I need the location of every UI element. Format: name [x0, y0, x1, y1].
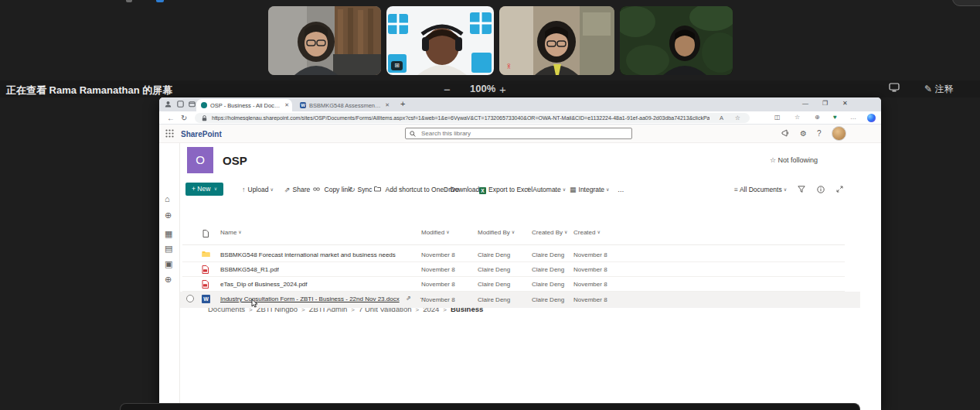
tab-search-icon[interactable]	[189, 101, 196, 109]
zoom-in-button[interactable]: +	[499, 83, 506, 96]
info-icon[interactable]	[817, 186, 825, 195]
sites-grid-icon[interactable]: ▦	[165, 229, 172, 238]
new-button[interactable]: + New ∨	[185, 183, 223, 196]
favorites-bar-icon[interactable]: ☆	[795, 114, 800, 121]
favorite-star-icon[interactable]: ☆	[735, 114, 740, 121]
window-minimize-button[interactable]: —	[802, 100, 808, 107]
window-restore-button[interactable]: ❐	[822, 100, 828, 107]
participant-video-4[interactable]	[620, 6, 733, 75]
browser-essentials-icon[interactable]: ♥	[833, 114, 837, 121]
integrate-icon: ▦	[570, 186, 577, 193]
toolbar-overflow-button[interactable]: …	[618, 186, 624, 193]
site-logo[interactable]: O	[187, 147, 213, 173]
new-label: New	[197, 185, 210, 193]
annotate-button[interactable]: ✎ 注释	[924, 83, 953, 96]
download-button[interactable]: ↓Download	[444, 186, 479, 193]
account-avatar[interactable]	[832, 126, 846, 141]
search-input[interactable]	[420, 129, 621, 138]
file-name[interactable]: BSBMKG548_R1.pdf	[220, 266, 279, 273]
megaphone-icon[interactable]	[781, 129, 790, 138]
browser-tab-strip: OSP - Business - All Documents ✕ W BSBMK…	[159, 97, 881, 111]
file-name[interactable]: eTas_Dip of Business_2024.pdf	[220, 281, 308, 288]
site-title[interactable]: OSP	[223, 154, 247, 167]
pdf-icon	[202, 265, 210, 274]
expand-icon[interactable]	[836, 186, 843, 194]
modified-by-value[interactable]: Claire Deng	[478, 296, 510, 303]
integrate-button[interactable]: ▦Integrate∨	[570, 186, 609, 193]
share-button[interactable]: ⇗Share	[284, 186, 310, 193]
follow-button[interactable]: ☆ Not following	[770, 156, 818, 164]
create-plus-icon[interactable]: ⊕	[165, 275, 172, 284]
settings-gear-icon[interactable]: ⚙	[800, 129, 807, 138]
library-search-box[interactable]	[405, 128, 632, 139]
new-tab-button[interactable]: +	[400, 99, 405, 108]
filter-icon[interactable]	[798, 186, 805, 194]
created-by-value[interactable]: Claire Deng	[532, 266, 564, 273]
back-icon[interactable]: ←	[167, 114, 175, 122]
tab-close-icon[interactable]: ✕	[284, 102, 289, 108]
modified-by-value[interactable]: Claire Deng	[478, 251, 510, 258]
row-share-icon[interactable]: ⇗	[406, 295, 411, 302]
zoom-level[interactable]: 100%	[470, 83, 495, 94]
window-close-button[interactable]: ✕	[842, 100, 848, 107]
home-icon[interactable]: ⌂	[165, 194, 170, 203]
video-frame	[620, 6, 733, 75]
table-row-pdf[interactable]: BSBMKG548_R1.pdf November 8 Claire Deng …	[180, 262, 860, 277]
url-field[interactable]: https://holmesglenau.sharepoint.com/site…	[195, 113, 750, 123]
copy-link-button[interactable]: Copy link	[313, 186, 351, 193]
word-file-icon: W	[202, 295, 210, 303]
table-row-pdf[interactable]: eTas_Dip of Business_2024.pdf November 8…	[180, 277, 860, 292]
modified-by-value[interactable]: Claire Deng	[478, 281, 510, 288]
table-row-folder[interactable]: BSBMKG548 Forecast international market …	[180, 248, 860, 262]
table-row-docx-selected[interactable]: W Industry Consultation Form - ZBTI - Bu…	[180, 292, 860, 308]
read-aloud-icon[interactable]: A	[720, 114, 723, 121]
workspaces-icon[interactable]	[177, 101, 184, 109]
column-modified[interactable]: Modified∨	[421, 229, 450, 236]
fit-screen-icon[interactable]	[889, 83, 900, 94]
created-value: November 8	[573, 296, 607, 303]
video-frame	[268, 6, 381, 75]
app-launcher-waffle-icon[interactable]	[165, 129, 174, 139]
file-name-link[interactable]: Industry Consultation Form - ZBTI - Busi…	[220, 296, 400, 302]
globe-icon[interactable]: ⊕	[165, 210, 172, 220]
column-created-by[interactable]: Created By∨	[532, 229, 567, 236]
created-value: November 8	[573, 251, 607, 258]
library-icon[interactable]: ▣	[165, 259, 172, 268]
participant-video-2[interactable]: ⊞	[386, 6, 494, 75]
copilot-icon[interactable]	[867, 114, 876, 122]
column-created[interactable]: Created∨	[573, 229, 601, 236]
clipped-view-button[interactable]	[952, 0, 980, 6]
document-icon[interactable]: ▤	[165, 244, 172, 253]
sync-button[interactable]: ↻Sync	[349, 186, 372, 193]
created-by-value[interactable]: Claire Deng	[532, 281, 564, 288]
zoom-out-button[interactable]: −	[444, 83, 451, 96]
tab-assessment-map[interactable]: W BSBMKG548 Assessment Map.V1 ✕	[295, 99, 393, 111]
view-selector[interactable]: ≡ All Documents∨	[734, 186, 787, 193]
export-excel-button[interactable]: XExport to Excel	[479, 186, 533, 194]
search-icon	[410, 131, 416, 138]
browser-profile-icon[interactable]	[165, 101, 172, 109]
refresh-icon[interactable]: ↻	[181, 114, 187, 122]
split-screen-icon[interactable]: ◫	[774, 114, 781, 121]
created-by-value[interactable]: Claire Deng	[532, 296, 564, 303]
browser-menu-icon[interactable]: …	[850, 114, 856, 121]
sharepoint-app-name[interactable]: SharePoint	[181, 130, 222, 138]
column-name[interactable]: Name∨	[220, 229, 242, 236]
created-by-value[interactable]: Claire Deng	[532, 251, 564, 258]
participant-video-3[interactable]: 🯅	[499, 6, 614, 75]
sharepoint-left-rail: ⌂ ⊕ ▦ ▤ ▣ ⊕	[159, 143, 180, 410]
meeting-bottom-toolbar[interactable]	[120, 403, 860, 410]
automate-button[interactable]: ⚡Automate∨	[526, 186, 566, 193]
upload-button[interactable]: ↑Upload∨	[242, 186, 274, 193]
collections-icon[interactable]: ⊕	[815, 114, 820, 121]
row-select-radio[interactable]	[186, 295, 194, 302]
help-icon[interactable]: ?	[817, 129, 822, 138]
modified-value: November 8	[421, 266, 455, 273]
file-name[interactable]: BSBMKG548 Forecast international market …	[220, 251, 396, 258]
tab-close-icon[interactable]: ✕	[385, 102, 390, 108]
tab-osp-documents[interactable]: OSP - Business - All Documents ✕	[196, 99, 292, 111]
participant-video-1[interactable]	[268, 6, 381, 75]
modified-by-value[interactable]: Claire Deng	[478, 266, 510, 273]
column-modified-by[interactable]: Modified By∨	[478, 229, 515, 236]
sync-icon: ↻	[349, 186, 356, 193]
